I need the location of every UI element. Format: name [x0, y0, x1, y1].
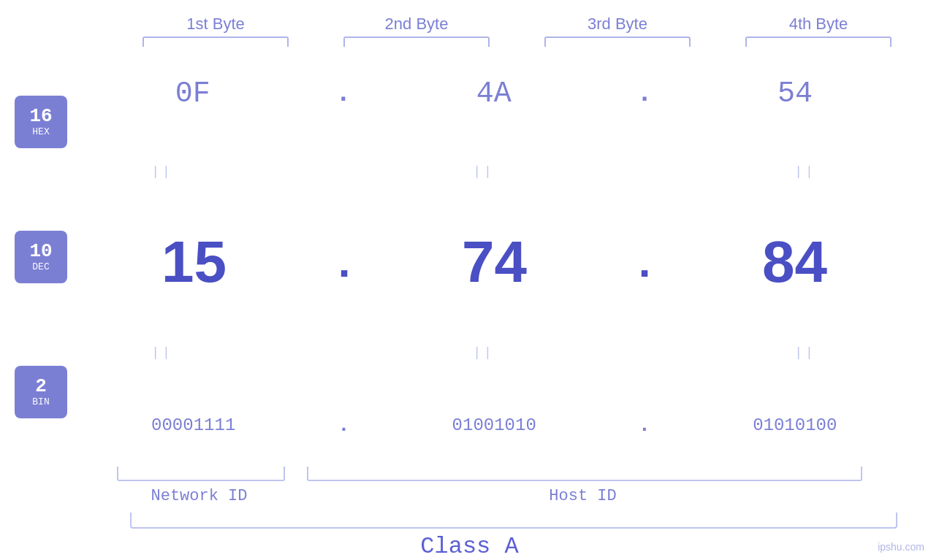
watermark: ipshu.com [878, 541, 924, 553]
eq1-b2: || [403, 164, 564, 180]
bracket-byte1 [142, 37, 289, 47]
hex-b3-value: 54 [778, 77, 813, 110]
dot-hex-1: . [335, 79, 351, 109]
bin-b3-value: 01010100 [753, 415, 837, 435]
bin-badge-num: 2 [35, 376, 47, 397]
dec-b2-value: 74 [462, 229, 527, 294]
values-grid: 0F . 4A . 54 . ** || || [82, 47, 939, 467]
eq2-b1: || [82, 345, 243, 361]
dec-b1-value: 15 [161, 229, 227, 294]
dot-bin-1: . [338, 414, 350, 437]
bin-b1-cell: 00001111 [113, 415, 274, 435]
dec-b2-cell: 74 [414, 233, 575, 291]
byte-headers: 1st Byte 2nd Byte 3rd Byte 4th Byte [115, 15, 919, 34]
eq2-b2: || [403, 345, 564, 361]
byte3-header: 3rd Byte [537, 15, 698, 34]
hex-b3-cell: 54 [715, 77, 875, 110]
dec-b3-value: 84 [762, 229, 827, 294]
bottom-brackets-row [115, 467, 919, 484]
eq2-spacer2 [564, 345, 725, 361]
eq2-b3: || [725, 345, 886, 361]
network-id-label: Network ID [115, 487, 284, 505]
bin-b1-value: 00001111 [151, 415, 235, 435]
bin-b3-cell: 01010100 [715, 415, 875, 435]
hex-badge-label: HEX [32, 126, 49, 137]
eq2-spacer [243, 345, 403, 361]
bracket-byte4 [745, 37, 892, 47]
dec-badge: 10 DEC [15, 231, 67, 283]
byte4-header: 4th Byte [738, 15, 899, 34]
bracket-byte2 [343, 37, 490, 47]
main-container: 1st Byte 2nd Byte 3rd Byte 4th Byte 16 H… [0, 0, 939, 560]
top-brackets [115, 34, 919, 47]
content-area: 16 HEX 10 DEC 2 BIN 0F . 4A [0, 47, 939, 467]
eq2-spacer3 [886, 345, 939, 361]
dec-badge-label: DEC [32, 261, 49, 272]
full-bracket [130, 513, 897, 529]
bin-badge-label: BIN [32, 396, 49, 407]
equals-row-1: || || || || [82, 164, 939, 180]
bracket-byte3 [544, 37, 691, 47]
bin-row: 00001111 . 01001010 . 01010100 . *******… [82, 414, 939, 437]
class-label: Class A [0, 533, 939, 560]
eq1-spacer2 [564, 164, 725, 180]
hex-row: 0F . 4A . 54 . ** [82, 77, 939, 110]
eq1-b3: || [725, 164, 886, 180]
dot-hex-2: . [636, 79, 653, 109]
host-bracket [307, 467, 862, 481]
bin-b2-value: 01001010 [452, 415, 536, 435]
dot-dec-1: . [338, 237, 351, 287]
full-bracket-container [130, 513, 905, 529]
dec-b3-cell: 84 [714, 233, 875, 291]
dec-b1-cell: 15 [114, 233, 275, 291]
dot-bin-2: . [639, 414, 651, 437]
hex-b2-value: 4A [476, 77, 512, 110]
hex-badge: 16 HEX [15, 96, 67, 148]
hex-b1-value: 0F [175, 77, 210, 110]
hex-badge-num: 16 [29, 106, 52, 127]
bin-badge: 2 BIN [15, 366, 67, 418]
bin-b2-cell: 01001010 [414, 415, 574, 435]
byte2-header: 2nd Byte [336, 15, 497, 34]
id-labels-row: Network ID Host ID [115, 487, 919, 505]
eq1-spacer3 [886, 164, 939, 180]
eq1-b1: || [82, 164, 243, 180]
dot-dec-2: . [639, 237, 651, 287]
equals-row-2: || || || || [82, 345, 939, 361]
network-bracket [117, 467, 285, 481]
hex-b2-cell: 4A [414, 77, 574, 110]
dec-row: 15 . 74 . 84 . *** [82, 233, 939, 291]
byte1-header: 1st Byte [135, 15, 296, 34]
badge-column: 16 HEX 10 DEC 2 BIN [0, 47, 82, 467]
hex-b1-cell: 0F [113, 77, 273, 110]
host-id-label: Host ID [305, 487, 861, 505]
eq1-spacer [243, 164, 403, 180]
dec-badge-num: 10 [29, 241, 52, 262]
